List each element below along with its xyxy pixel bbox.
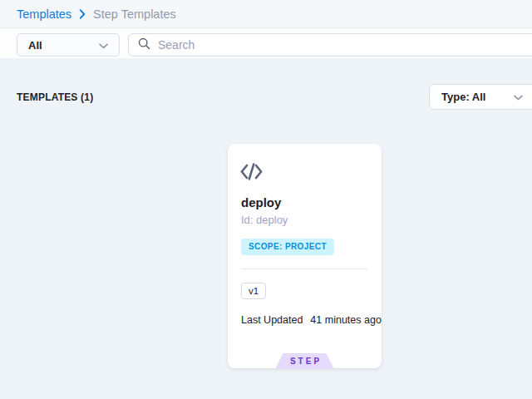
scope-filter-value: All [28,39,42,52]
templates-count-label: TEMPLATES (1) [17,91,93,103]
template-type-tag: STEP [276,353,334,368]
last-updated-value: 41 minutes ago [310,314,381,326]
template-card-deploy[interactable]: deploy Id: deploy SCOPE: PROJECT v1 Last… [228,144,382,368]
breadcrumb-current: Step Templates [93,7,176,21]
template-id: Id: deploy [241,214,288,226]
step-templates-page: Templates Step Templates All TEMPLATES (… [0,0,532,399]
search-input[interactable] [158,38,532,52]
type-filter-dropdown[interactable]: Type: All [429,84,532,110]
search-icon [138,37,150,53]
template-title: deploy [241,195,281,209]
type-filter-value: Type: All [441,91,485,103]
chevron-down-icon [99,39,108,52]
card-divider [241,268,368,269]
scope-filter-dropdown[interactable]: All [17,33,120,57]
breadcrumb: Templates Step Templates [0,0,532,28]
version-chip[interactable]: v1 [241,283,266,299]
search-box[interactable] [128,33,532,57]
last-updated-row: Last Updated 41 minutes ago [241,314,382,326]
last-updated-label: Last Updated [241,314,303,326]
page-header: Templates Step Templates All [0,0,532,58]
code-icon [240,162,263,185]
breadcrumb-link-templates[interactable]: Templates [17,7,71,21]
chevron-down-icon [514,91,523,103]
scope-badge: SCOPE: PROJECT [241,239,334,255]
chevron-right-icon [79,9,86,19]
